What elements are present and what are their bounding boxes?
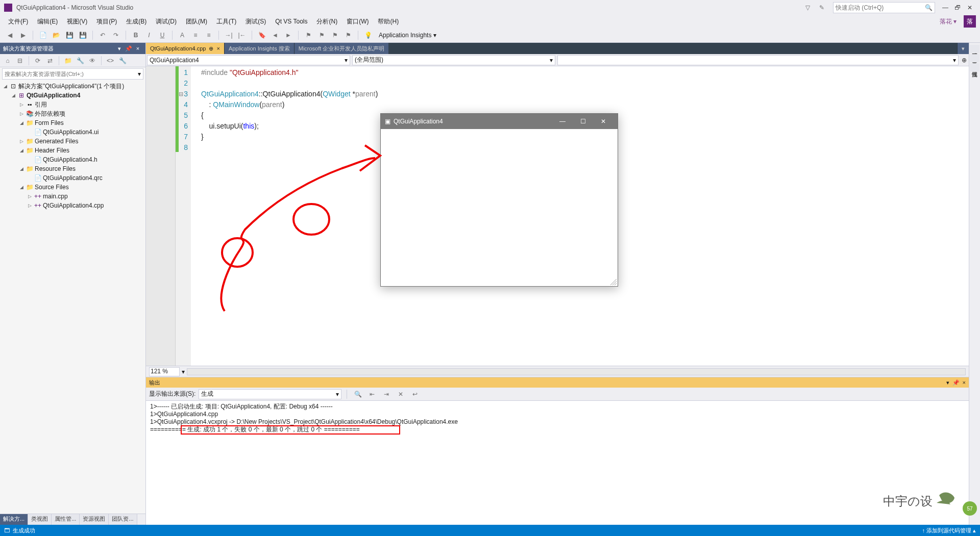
tree-project[interactable]: ◢⊞QtGuiApplication4 (0, 91, 145, 100)
font-color-button[interactable]: A (177, 30, 188, 41)
tab-overflow-icon[interactable]: ▾ (957, 43, 969, 54)
quick-launch[interactable]: 🔍 (833, 2, 935, 13)
output-dropdown-icon[interactable]: ▾ (946, 379, 949, 386)
indent-button[interactable]: →| (223, 30, 234, 41)
nav-member-combo[interactable]: (全局范围)▾ (352, 55, 555, 65)
tree-headers[interactable]: ◢📁Header Files (0, 146, 145, 155)
outdent-button[interactable]: |← (236, 30, 248, 41)
new-project-button[interactable]: 📄 (37, 30, 48, 41)
save-all-button[interactable]: 💾 (77, 30, 88, 41)
undo-button[interactable]: ↶ (97, 30, 108, 41)
tree-resources[interactable]: ◢📁Resource Files (0, 164, 145, 173)
tab-insights-search[interactable]: Application Insights 搜索 (224, 43, 294, 54)
menu-analyze[interactable]: 分析(N) (312, 16, 341, 27)
tree-qrc-file[interactable]: 📄QtGuiApplication4.qrc (0, 173, 145, 183)
menu-test[interactable]: 测试(S) (241, 16, 270, 27)
bookmark-prev-button[interactable]: ◄ (270, 30, 281, 41)
menu-debug[interactable]: 调试(D) (152, 16, 181, 27)
h-scrollbar[interactable] (187, 368, 966, 375)
tree-form-files[interactable]: ◢📁Form Files (0, 118, 145, 127)
split-icon[interactable]: ⊕ (960, 57, 969, 64)
bold-button[interactable]: B (130, 30, 141, 41)
wrench-icon[interactable]: 🔧 (117, 55, 128, 66)
menu-file[interactable]: 文件(F) (4, 16, 32, 27)
qt-titlebar[interactable]: ▣ QtGuiApplication4 ― ☐ ✕ (381, 114, 618, 129)
zoom-combo[interactable]: 121 % (149, 367, 180, 376)
tab-server-explorer[interactable]: 服务器资源管理器 (970, 45, 979, 53)
solution-tree[interactable]: ◢⊡解决方案"QtGuiApplication4"(1 个项目) ◢⊞QtGui… (0, 81, 145, 514)
bookmark-button[interactable]: 🔖 (256, 30, 267, 41)
output-wrap-icon[interactable]: ↩ (409, 389, 421, 400)
tree-solution-root[interactable]: ◢⊡解决方案"QtGuiApplication4"(1 个项目) (0, 82, 145, 91)
underline-button[interactable]: U (157, 30, 168, 41)
save-button[interactable]: 💾 (64, 30, 75, 41)
panel-dropdown-icon[interactable]: ▾ (115, 44, 124, 53)
tree-h-file[interactable]: 📄QtGuiApplication4.h (0, 155, 145, 164)
redo-button[interactable]: ↷ (110, 30, 121, 41)
qt-app-window[interactable]: ▣ QtGuiApplication4 ― ☐ ✕ (380, 113, 618, 287)
tree-generated[interactable]: ▷📁Generated Files (0, 137, 145, 146)
flag-black-icon[interactable]: ⚑ (303, 30, 314, 41)
tab-property-mgr[interactable]: 属性管... (52, 514, 80, 525)
tab-class-view[interactable]: 类视图 (28, 514, 52, 525)
tree-external[interactable]: ▷📚外部依赖项 (0, 109, 145, 118)
tab-close-icon[interactable]: × (216, 45, 219, 52)
bookmark-next-button[interactable]: ► (283, 30, 294, 41)
tree-main-cpp[interactable]: ▷++main.cpp (0, 192, 145, 201)
menu-project[interactable]: 项目(P) (92, 16, 121, 27)
tab-pin-icon[interactable]: ⊕ (209, 45, 213, 52)
sync-icon[interactable]: ⇄ (44, 55, 56, 66)
user-menu[interactable]: 落花 ▾ (940, 17, 957, 26)
collapse-icon[interactable]: ⊟ (14, 55, 26, 66)
menu-tools[interactable]: 工具(T) (212, 16, 240, 27)
nav-back-button[interactable]: ◀ (4, 30, 15, 41)
explorer-search[interactable]: ▾ (2, 68, 143, 80)
output-prev-icon[interactable]: ⇤ (366, 389, 378, 400)
qt-minimize-button[interactable]: ― (552, 114, 573, 129)
explorer-search-input[interactable] (5, 71, 138, 77)
tab-resource-view[interactable]: 资源视图 (80, 514, 109, 525)
insights-dropdown[interactable]: Application Insights ▾ (376, 30, 439, 41)
flag-clear-icon[interactable]: ⚑ (342, 30, 354, 41)
output-close-icon[interactable]: × (963, 379, 966, 386)
flag-icon[interactable]: ▽ (801, 2, 814, 14)
status-source-control[interactable]: ↑ 添加到源代码管理 ▴ (922, 527, 976, 534)
insights-bulb-icon[interactable]: 💡 (362, 30, 374, 41)
panel-pin-icon[interactable]: 📌 (124, 44, 133, 53)
minimize-button[interactable]: ― (939, 2, 951, 14)
output-pin-icon[interactable]: 📌 (952, 379, 960, 386)
output-text[interactable]: 1>------ 已启动生成: 项目: QtGuiApplication4, 配… (146, 401, 969, 525)
user-avatar[interactable]: 落 (964, 15, 976, 28)
show-all-icon[interactable]: 📁 (62, 55, 74, 66)
qt-maximize-button[interactable]: ☐ (573, 114, 593, 129)
menu-team[interactable]: 团队(M) (182, 16, 211, 27)
uncomment-button[interactable]: ≡ (203, 30, 214, 41)
open-button[interactable]: 📂 (51, 30, 62, 41)
output-find-icon[interactable]: 🔍 (352, 389, 363, 400)
menu-help[interactable]: 帮助(H) (374, 16, 403, 27)
tab-active-file[interactable]: QtGuiApplication4.cpp ⊕ × (146, 43, 224, 54)
nav-fwd-button[interactable]: ▶ (17, 30, 29, 41)
menu-build[interactable]: 生成(B) (122, 16, 151, 27)
tree-app-cpp[interactable]: ▷++QtGuiApplication4.cpp (0, 201, 145, 210)
home-icon[interactable]: ⌂ (2, 55, 13, 66)
output-next-icon[interactable]: ⇥ (381, 389, 392, 400)
restore-button[interactable]: 🗗 (951, 2, 964, 14)
badge-count[interactable]: 57 (963, 501, 977, 516)
view-code-icon[interactable]: <> (105, 55, 116, 66)
resize-grip-icon[interactable] (610, 279, 617, 285)
nav-scope-combo[interactable]: QtGuiApplication4▾ (147, 55, 350, 65)
comment-button[interactable]: ≡ (190, 30, 201, 41)
tab-team[interactable]: 团队资... (109, 514, 137, 525)
output-clear-icon[interactable]: ✕ (395, 389, 406, 400)
panel-close-icon[interactable]: × (133, 44, 142, 53)
zoom-dropdown-icon[interactable]: ▾ (182, 368, 185, 375)
tab-properties[interactable]: 属性 (970, 63, 979, 71)
qt-close-button[interactable]: ✕ (593, 114, 614, 129)
tree-references[interactable]: ▷▪▪引用 (0, 100, 145, 109)
tab-solution[interactable]: 解决方... (0, 514, 28, 525)
close-button[interactable]: ✕ (964, 2, 976, 14)
output-source-combo[interactable]: 生成▾ (199, 389, 341, 399)
tab-toolbox[interactable]: 工具箱 (970, 54, 979, 62)
refresh-icon[interactable]: ⟳ (32, 55, 43, 66)
